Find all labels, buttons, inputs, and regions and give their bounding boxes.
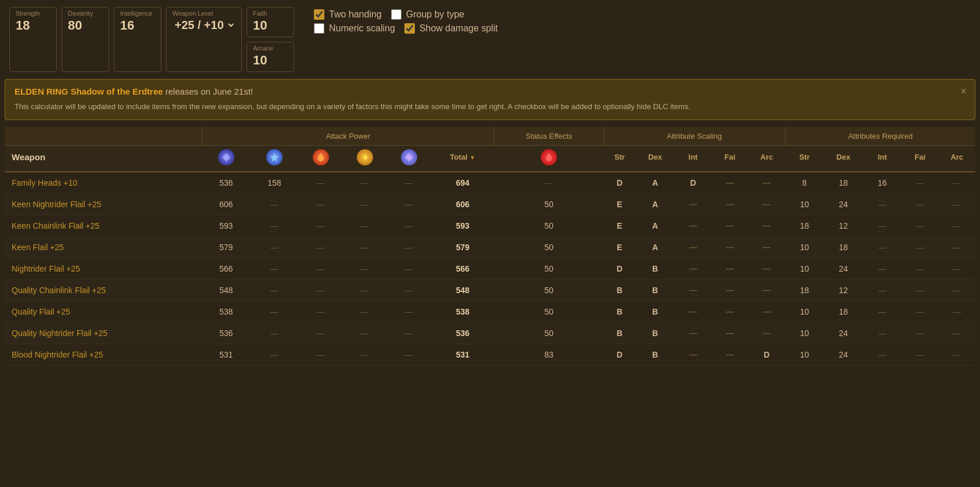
column-group-header: Attack Power Status Effects Attribute Sc… [5, 127, 975, 146]
cell-dash: — [863, 215, 902, 236]
group-by-type-input[interactable] [391, 9, 402, 20]
cell-status: 50 [494, 215, 603, 236]
cell-grade-dash: — [711, 258, 748, 279]
cell-total: 538 [431, 301, 494, 322]
announcement-banner: ELDEN RING Shadow of the Erdtree release… [5, 79, 975, 120]
scale-int-header: Int [675, 145, 711, 172]
faith-input[interactable] [253, 18, 288, 33]
checkbox-row-2: Numeric scaling Show damage split [314, 23, 498, 34]
cell-status: 50 [494, 258, 603, 279]
weapon-level-select[interactable]: +25 / +10 +24 / +9 +20 / +8 +0 / +0 [172, 18, 236, 32]
cell-grade-dash: — [675, 193, 711, 215]
cell-dash: — [863, 344, 902, 365]
banner-title: ELDEN RING Shadow of the Erdtree release… [15, 86, 952, 96]
strength-input[interactable] [16, 18, 50, 33]
cell-dash: — [343, 236, 387, 258]
numeric-scaling-checkbox[interactable]: Numeric scaling [314, 23, 395, 34]
cell-value: 16 [863, 172, 902, 194]
cell-grade-dash: — [748, 236, 785, 258]
cell-grade-dash: — [748, 279, 785, 301]
cell-total: 548 [431, 279, 494, 301]
weapon-name-cell[interactable]: Quality Flail +25 [5, 301, 202, 322]
two-handing-checkbox[interactable]: Two handing [314, 9, 382, 20]
phys-icon-header [202, 145, 250, 172]
dexterity-label: Dexterity [68, 10, 103, 17]
cell-total: 606 [431, 193, 494, 215]
cell-grade: D [675, 172, 711, 194]
table-row: Keen Chainlink Flail +25 593 — — — — 593… [5, 215, 975, 236]
cell-dash: — [863, 301, 902, 322]
cell-value: 18 [824, 301, 863, 322]
cell-dash: — [298, 344, 342, 365]
cell-grade-dash: — [711, 279, 748, 301]
cell-grade: B [635, 258, 674, 279]
arcane-label: Arcane [253, 45, 288, 52]
weapon-name-cell[interactable]: Keen Nightrider Flail +25 [5, 193, 202, 215]
status-dmg-icon [541, 149, 557, 165]
cell-dash: — [938, 322, 975, 344]
intelligence-input[interactable] [120, 18, 155, 33]
cell-grade: D [603, 258, 635, 279]
cell-dash: — [387, 279, 431, 301]
cell-dash: — [902, 258, 938, 279]
magic-icon-header [250, 145, 298, 172]
cell-status: 50 [494, 193, 603, 215]
cell-grade: E [603, 215, 635, 236]
table-row: Keen Nightrider Flail +25 606 — — — — 60… [5, 193, 975, 215]
cell-status: 50 [494, 279, 603, 301]
cell-value: 24 [824, 322, 863, 344]
cell-value: 24 [824, 258, 863, 279]
group-by-type-checkbox[interactable]: Group by type [391, 9, 465, 20]
status-icon-subheader [494, 145, 603, 172]
cell-dash: — [387, 322, 431, 344]
cell-grade-dash: — [711, 215, 748, 236]
weapon-name-cell[interactable]: Blood Nightrider Flail +25 [5, 344, 202, 365]
cell-dash: — [902, 322, 938, 344]
phys-icon [218, 149, 234, 165]
cell-dash: — [387, 301, 431, 322]
weapon-name-cell[interactable]: Quality Chainlink Flail +25 [5, 279, 202, 301]
weapon-name-cell[interactable]: Family Heads +10 [5, 172, 202, 194]
cell-total: 593 [431, 215, 494, 236]
dexterity-input[interactable] [68, 18, 103, 33]
weapon-name-cell[interactable]: Nightrider Flail +25 [5, 258, 202, 279]
faith-label: Faith [253, 10, 288, 17]
cell-dash: — [250, 193, 298, 215]
cell-total: 536 [431, 322, 494, 344]
arcane-input[interactable] [253, 53, 288, 68]
cell-grade: D [603, 344, 635, 365]
cell-dash: — [387, 193, 431, 215]
cell-value: 593 [202, 215, 250, 236]
two-handing-label: Two handing [329, 9, 382, 20]
cell-grade-dash: — [711, 172, 748, 194]
banner-close-button[interactable]: × [960, 85, 967, 98]
weapon-name-cell[interactable]: Keen Flail +25 [5, 236, 202, 258]
cell-grade-dash: — [748, 258, 785, 279]
cell-value: 10 [785, 322, 824, 344]
weapon-name-cell[interactable]: Keen Chainlink Flail +25 [5, 215, 202, 236]
group-by-type-label: Group by type [406, 9, 465, 20]
cell-dash: — [387, 236, 431, 258]
show-damage-split-input[interactable] [404, 23, 415, 34]
cell-dash: — [250, 322, 298, 344]
weapons-table-container: Attack Power Status Effects Attribute Sc… [5, 127, 975, 366]
total-header[interactable]: Total ▼ [431, 145, 494, 172]
cell-grade-dash: — [675, 236, 711, 258]
cell-dash: — [343, 172, 387, 194]
cell-dash: — [387, 258, 431, 279]
cell-value: 10 [785, 193, 824, 215]
two-handing-input[interactable] [314, 9, 324, 20]
show-damage-split-checkbox[interactable]: Show damage split [404, 23, 498, 34]
attribute-scaling-header: Attribute Scaling [603, 127, 785, 146]
cell-grade: B [635, 301, 674, 322]
weapon-name-cell[interactable]: Quality Nightrider Flail +25 [5, 322, 202, 344]
cell-grade-dash: — [675, 258, 711, 279]
cell-grade-dash: — [748, 193, 785, 215]
stat-group: Strength Dexterity Intelligence Weapon L… [9, 7, 294, 72]
table-row: Quality Nightrider Flail +25 536 — — — —… [5, 322, 975, 344]
numeric-scaling-input[interactable] [314, 23, 324, 34]
holy-icon-header [387, 145, 431, 172]
scale-dex-header: Dex [635, 145, 674, 172]
cell-grade: A [635, 236, 674, 258]
weapon-group-header [5, 127, 202, 146]
